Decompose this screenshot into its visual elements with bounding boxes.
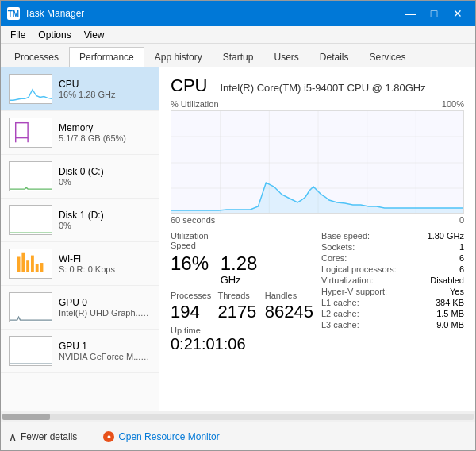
tab-app-history[interactable]: App history bbox=[144, 47, 213, 67]
wifi-detail: S: 0 R: 0 Kbps bbox=[59, 264, 151, 274]
device-item-cpu[interactable]: CPU 16% 1.28 GHz bbox=[1, 67, 159, 111]
title-bar-text: Task Manager bbox=[25, 8, 84, 19]
minimize-button[interactable]: — bbox=[399, 6, 421, 21]
chevron-up-icon: ∧ bbox=[9, 430, 17, 443]
disk1-name: Disk 1 (D:) bbox=[59, 210, 151, 221]
spec-sockets: Sockets: 1 bbox=[321, 242, 464, 252]
title-bar-controls: — □ ✕ bbox=[399, 6, 469, 21]
tab-startup[interactable]: Startup bbox=[213, 47, 264, 67]
spec-val-cores: 6 bbox=[459, 253, 464, 263]
close-button[interactable]: ✕ bbox=[447, 6, 469, 21]
scroll-bar[interactable] bbox=[1, 411, 475, 422]
speed-value-block: 1.28 GHz bbox=[221, 253, 264, 286]
menu-bar: File Options View bbox=[1, 26, 475, 44]
fewer-details-button[interactable]: ∧ Fewer details bbox=[9, 430, 77, 443]
spec-key-cores: Cores: bbox=[321, 253, 347, 263]
empty-block bbox=[270, 231, 313, 250]
speed-block bbox=[221, 231, 264, 250]
gpu1-name: GPU 1 bbox=[59, 341, 151, 352]
svg-rect-15 bbox=[10, 337, 52, 365]
spec-key-logical: Logical processors: bbox=[321, 264, 397, 274]
y-label-utilization: % Utilization bbox=[171, 99, 219, 109]
spec-key-l1: L1 cache: bbox=[321, 298, 359, 307]
svg-rect-6 bbox=[10, 206, 52, 234]
gpu0-detail: Intel(R) UHD Graph... 9% bbox=[59, 308, 151, 318]
uptime-block: Up time 0:21:01:06 bbox=[171, 326, 313, 353]
disk0-thumbnail bbox=[9, 161, 52, 191]
tab-users[interactable]: Users bbox=[263, 47, 309, 67]
disk0-name: Disk 0 (C:) bbox=[59, 166, 151, 177]
tab-details[interactable]: Details bbox=[309, 47, 359, 67]
cpu-detail: 16% 1.28 GHz bbox=[59, 90, 151, 99]
spec-val-sockets: 1 bbox=[459, 242, 464, 252]
device-item-disk0[interactable]: Disk 0 (C:) 0% bbox=[1, 155, 159, 199]
time-label-left: 60 seconds bbox=[171, 215, 215, 225]
main-content: CPU 16% 1.28 GHz Memory 5.1/7.8 GB (65 bbox=[1, 67, 475, 411]
y-label-max: 100% bbox=[442, 99, 464, 109]
device-item-disk1[interactable]: Disk 1 (D:) 0% bbox=[1, 199, 159, 242]
spec-val-l1: 384 KB bbox=[436, 298, 464, 307]
scroll-thumb[interactable] bbox=[2, 414, 50, 420]
menu-view[interactable]: View bbox=[78, 28, 111, 41]
utilization-value: 16% bbox=[171, 253, 214, 274]
spec-key-hyperv: Hyper-V support: bbox=[321, 287, 387, 296]
device-item-memory[interactable]: Memory 5.1/7.8 GB (65%) bbox=[1, 111, 159, 155]
svg-rect-5 bbox=[10, 162, 52, 191]
task-manager-icon: TM bbox=[7, 7, 20, 20]
tab-processes[interactable]: Processes bbox=[4, 47, 69, 67]
spec-val-l2: 1.5 MB bbox=[436, 309, 464, 318]
title-bar-left: TM Task Manager bbox=[7, 7, 84, 20]
svg-rect-14 bbox=[10, 293, 52, 322]
split-bottom: Utilization Speed 16% 1.28 GHz bbox=[171, 231, 464, 353]
disk1-thumbnail bbox=[9, 205, 52, 235]
menu-file[interactable]: File bbox=[4, 28, 32, 41]
spec-l3: L3 cache: 9.0 MB bbox=[321, 320, 464, 330]
speed-label: Speed bbox=[171, 241, 214, 250]
svg-rect-0 bbox=[10, 75, 52, 103]
gpu1-detail: NVIDIA GeForce M... 0% bbox=[59, 352, 151, 361]
disk0-detail: 0% bbox=[59, 177, 151, 187]
menu-options[interactable]: Options bbox=[32, 28, 77, 41]
svg-rect-8 bbox=[17, 256, 21, 272]
spec-base-speed: Base speed: 1.80 GHz bbox=[321, 231, 464, 241]
spec-key-basespeed: Base speed: bbox=[321, 231, 370, 241]
spec-l2: L2 cache: 1.5 MB bbox=[321, 309, 464, 318]
scroll-track bbox=[2, 414, 474, 420]
device-item-gpu1[interactable]: GPU 1 NVIDIA GeForce M... 0% bbox=[1, 330, 159, 373]
cpu-thumbnail bbox=[9, 74, 52, 104]
gpu1-thumbnail bbox=[9, 336, 52, 366]
open-resource-monitor-label: Open Resource Monitor bbox=[118, 431, 219, 442]
device-item-gpu0[interactable]: GPU 0 Intel(R) UHD Graph... 9% bbox=[1, 286, 159, 330]
gpu1-info: GPU 1 NVIDIA GeForce M... 0% bbox=[59, 341, 151, 361]
right-specs: Base speed: 1.80 GHz Sockets: 1 Cores: 6… bbox=[321, 231, 464, 353]
tab-bar: Processes Performance App history Startu… bbox=[1, 44, 475, 67]
spec-val-logical: 6 bbox=[459, 264, 464, 274]
monitor-icon: ● bbox=[103, 431, 114, 442]
task-manager-window: TM Task Manager — □ ✕ File Options View … bbox=[0, 0, 476, 451]
tab-performance[interactable]: Performance bbox=[69, 47, 144, 67]
wifi-name: Wi-Fi bbox=[59, 253, 151, 264]
cpu-name: CPU bbox=[59, 79, 151, 90]
open-resource-monitor-link[interactable]: ● Open Resource Monitor bbox=[103, 431, 219, 442]
spec-key-l3: L3 cache: bbox=[321, 320, 359, 330]
cpu-model: Intel(R) Core(TM) i5-9400T CPU @ 1.80GHz bbox=[220, 82, 425, 94]
device-item-wifi[interactable]: Wi-Fi S: 0 R: 0 Kbps bbox=[1, 242, 159, 286]
gpu0-name: GPU 0 bbox=[59, 297, 151, 308]
handles-label: Handles bbox=[265, 291, 313, 300]
empty-block2 bbox=[270, 253, 313, 286]
time-label-right: 0 bbox=[459, 215, 464, 225]
svg-rect-10 bbox=[26, 260, 29, 272]
chart-area: % Utilization 100% bbox=[171, 99, 464, 231]
disk0-info: Disk 0 (C:) 0% bbox=[59, 166, 151, 187]
gpu0-thumbnail bbox=[9, 292, 52, 322]
wifi-thumbnail bbox=[9, 249, 52, 279]
time-labels: 60 seconds 0 bbox=[171, 215, 464, 225]
svg-rect-9 bbox=[21, 253, 25, 272]
tab-services[interactable]: Services bbox=[359, 47, 416, 67]
utilization-value-block: 16% bbox=[171, 253, 214, 286]
threads-label: Threads bbox=[217, 291, 258, 300]
disk1-info: Disk 1 (D:) 0% bbox=[59, 210, 151, 230]
maximize-button[interactable]: □ bbox=[423, 6, 445, 21]
svg-rect-13 bbox=[40, 263, 44, 272]
title-bar: TM Task Manager — □ ✕ bbox=[1, 1, 475, 26]
